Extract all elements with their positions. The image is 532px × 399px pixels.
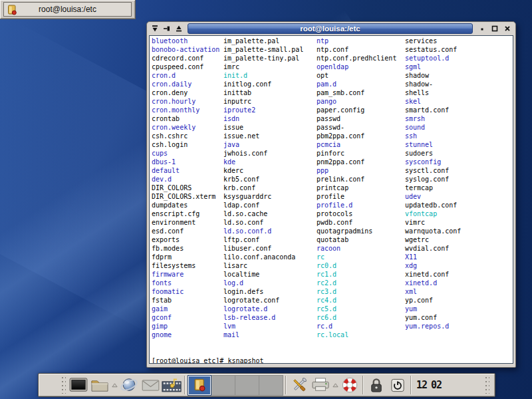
file-entry: services: [405, 37, 461, 45]
file-entry: X11: [405, 253, 461, 261]
file-entry: filesystems: [152, 261, 219, 270]
minimize-icon[interactable]: [477, 24, 487, 34]
panel-expander-left[interactable]: [110, 375, 118, 395]
file-entry: issue: [223, 123, 303, 132]
file-entry: pam.d: [317, 80, 396, 88]
maximize-icon[interactable]: [489, 24, 500, 34]
file-entry: rc: [317, 253, 396, 261]
terminal-bottom-lines: [root@louisa etc]# ksnapshot kbuildsycoc…: [152, 339, 264, 364]
file-entry: rc6.d: [317, 313, 396, 322]
file-entry: DIR_COLORS.xterm: [152, 192, 219, 201]
file-entry: inputrc: [223, 97, 303, 106]
file-entry: gconf: [152, 313, 219, 322]
shade-icon[interactable]: [150, 24, 160, 34]
file-entry: isdn: [223, 114, 303, 123]
file-entry: fb.modes: [152, 244, 219, 253]
file-entry: printcap: [317, 184, 396, 192]
file-entry: firmware: [152, 270, 219, 279]
panel-clock[interactable]: 12 02: [416, 379, 442, 391]
file-entry: gnome: [152, 331, 219, 339]
window-title[interactable]: root@louisa:/etc: [188, 23, 473, 34]
panel-separator: [362, 376, 364, 394]
file-entry: cups: [152, 149, 219, 158]
terminal-launcher-button[interactable]: [68, 375, 89, 395]
file-entry: bonobo-activation: [152, 45, 219, 54]
file-entry: cron.monthly: [152, 106, 219, 114]
file-entry: vimrc: [405, 218, 461, 227]
file-entry: vfontcap: [405, 209, 461, 218]
file-entry: enscript.cfg: [152, 209, 219, 218]
multimedia-button[interactable]: [161, 375, 182, 395]
window-titlebar[interactable]: root@louisa:/etc: [147, 22, 515, 35]
pin-icon[interactable]: [162, 24, 172, 34]
panel-expander-right[interactable]: [331, 375, 339, 395]
file-entry: pango: [317, 97, 396, 106]
close-icon[interactable]: [502, 24, 513, 34]
file-entry: ksysguarddrc: [223, 192, 303, 201]
logout-button[interactable]: [387, 375, 408, 395]
file-entry: pnm2ppa.conf: [317, 158, 396, 166]
file-entry: rc.local: [317, 331, 396, 339]
file-entry: sound: [405, 123, 461, 132]
file-entry: rc.d: [317, 322, 396, 331]
taskbar-slot-empty: [211, 375, 235, 396]
padlock-icon: [368, 377, 384, 394]
clock-hours: 12: [416, 379, 427, 391]
lock-screen-button[interactable]: [366, 375, 387, 395]
file-entry: pwdb.conf: [317, 218, 396, 227]
file-entry: bluetooth: [152, 37, 219, 45]
file-entry: xinetd.d: [405, 279, 461, 287]
titlebar-right-buttons: [477, 24, 513, 34]
file-entry: esd.conf: [152, 227, 219, 235]
file-entry: xml: [405, 287, 461, 296]
film-note-icon: [161, 377, 182, 394]
taskbar-button-active[interactable]: root@louisa:/etc: [3, 2, 132, 17]
file-entry: fdprm: [152, 253, 219, 261]
file-entry: termcap: [405, 184, 461, 192]
terminal-content[interactable]: bluetoothbonobo-activationcdrecord.confc…: [149, 35, 513, 364]
web-browser-button[interactable]: [118, 375, 140, 395]
printer-icon: [311, 377, 330, 393]
file-entry: rc5.d: [317, 305, 396, 313]
file-entry: dbus-1: [152, 158, 219, 166]
top-taskbar: root@louisa:/etc: [0, 0, 136, 19]
file-entry: rc2.d: [317, 279, 396, 287]
file-entry: openldap: [317, 63, 396, 71]
file-entry: skel: [405, 97, 461, 106]
file-entry: quotagrpadmins: [317, 227, 396, 235]
system-tools-button[interactable]: [289, 375, 310, 395]
file-entry: im_palette-tiny.pal: [223, 54, 303, 63]
file-entry: ldap.conf: [223, 201, 303, 209]
panel-separator: [184, 376, 186, 394]
eject-icon[interactable]: [174, 24, 184, 34]
file-entry: warnquota.conf: [405, 227, 461, 235]
help-button[interactable]: [339, 375, 360, 395]
file-entry: pam_smb.conf: [317, 88, 396, 97]
home-folder-button[interactable]: [89, 375, 110, 395]
file-entry: log.d: [223, 279, 303, 287]
file-entry: ntp.conf: [317, 45, 396, 54]
file-entry: cpuspeed.conf: [152, 63, 219, 71]
terminal-window: root@louisa:/etc bluetoothbonobo-activat…: [146, 21, 516, 368]
file-entry: logrotate.d: [223, 305, 303, 313]
file-entry: kde: [223, 158, 303, 166]
panel-grip-left[interactable]: [61, 376, 66, 394]
file-listing-column-2: im_palette.palim_palette-small.palim_pal…: [223, 37, 303, 339]
file-entry: default: [152, 166, 219, 175]
file-entry: issue.net: [223, 132, 303, 140]
file-entry: lilo.conf.anaconda: [223, 253, 303, 261]
file-entry: pbm2ppa.conf: [317, 132, 396, 140]
file-entry: protocols: [317, 209, 396, 218]
file-entry: gaim: [152, 305, 219, 313]
file-listing-column-1: bluetoothbonobo-activationcdrecord.confc…: [152, 37, 219, 339]
panel-grip-right[interactable]: [485, 376, 489, 394]
printer-button[interactable]: [310, 375, 331, 395]
file-entry: lisarc: [223, 261, 303, 270]
file-entry: sysconfig: [405, 158, 461, 166]
email-button[interactable]: [140, 375, 161, 395]
file-entry: wvdial.conf: [405, 244, 461, 253]
file-entry: im_palette.pal: [223, 37, 303, 45]
konsole-icon: [7, 5, 17, 15]
taskbar-slot-active-konsole[interactable]: [188, 375, 211, 396]
expander-arrow-icon: [112, 382, 118, 388]
